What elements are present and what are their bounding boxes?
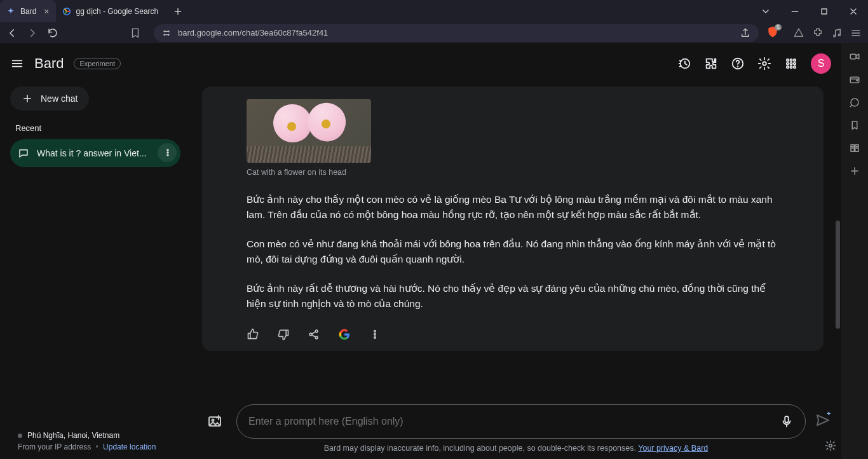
browser-extras <box>793 27 862 39</box>
message-actions <box>247 328 788 341</box>
share-url-icon[interactable] <box>740 27 751 39</box>
reload-icon[interactable] <box>47 27 58 39</box>
chat-item-title: What is it ? answer in Viet... <box>37 148 155 158</box>
svg-rect-32 <box>785 416 789 423</box>
svg-point-17 <box>794 62 796 64</box>
prompt-input[interactable] <box>248 416 780 427</box>
response-paragraph: Bức ảnh này cho thấy một con mèo có vẻ l… <box>247 192 788 223</box>
reading-list-icon[interactable] <box>849 142 860 154</box>
brave-shield-icon[interactable]: 5 <box>766 25 779 41</box>
svg-rect-34 <box>850 54 856 59</box>
corner-settings-icon[interactable] <box>825 440 836 454</box>
chat-item-menu-icon[interactable] <box>163 147 173 160</box>
menu-icon[interactable] <box>10 57 24 71</box>
brand-name: Bard <box>34 55 64 72</box>
window-minimize-icon[interactable] <box>780 0 810 22</box>
svg-point-19 <box>790 66 792 68</box>
plus-icon <box>22 93 33 104</box>
svg-point-7 <box>838 34 840 36</box>
response-image-block: Cat with a flower on its head <box>247 99 371 177</box>
rewards-icon[interactable] <box>793 27 804 39</box>
wallet-icon[interactable] <box>849 74 860 85</box>
new-tab-button[interactable] <box>170 3 186 20</box>
update-location-link[interactable]: Update location <box>103 442 156 451</box>
google-favicon-icon <box>62 7 71 16</box>
svg-point-27 <box>374 331 376 332</box>
browser-tab[interactable]: gg dịch - Google Search <box>56 0 165 22</box>
back-icon[interactable] <box>6 27 18 39</box>
url-bar[interactable]: bard.google.com/chat/3ea60c87fa542f41 <box>154 24 759 42</box>
svg-point-31 <box>212 420 214 421</box>
svg-point-14 <box>794 59 796 61</box>
browser-tab-active[interactable]: Bard × <box>0 0 56 22</box>
svg-point-12 <box>787 59 789 61</box>
settings-icon[interactable] <box>757 57 771 71</box>
bookmark-icon[interactable] <box>130 27 141 39</box>
svg-point-28 <box>374 334 376 336</box>
share-icon[interactable] <box>308 328 320 341</box>
send-button[interactable]: ✦ <box>815 413 830 430</box>
app-header: Bard Experiment S <box>0 43 841 84</box>
thumbs-up-icon[interactable] <box>247 328 259 341</box>
browser-toolbar: bard.google.com/chat/3ea60c87fa542f41 5 <box>0 22 868 43</box>
forward-icon[interactable] <box>27 27 38 39</box>
svg-point-23 <box>167 154 168 155</box>
svg-point-36 <box>857 80 858 81</box>
bookmark-panel-icon[interactable] <box>849 120 860 131</box>
image-caption: Cat with a flower on its head <box>247 168 371 177</box>
google-it-icon[interactable] <box>338 328 351 341</box>
response-text: Bức ảnh này cho thấy một con mèo có vẻ l… <box>247 192 788 312</box>
mic-icon[interactable] <box>780 414 794 428</box>
sidebar-footer: Phú Nghĩa, Hanoi, Vietnam From your IP a… <box>10 431 180 451</box>
user-avatar[interactable]: S <box>811 53 831 74</box>
talk-icon[interactable] <box>849 97 860 108</box>
chat-history-item[interactable]: What is it ? answer in Viet... <box>10 139 180 167</box>
add-panel-icon[interactable] <box>849 165 860 177</box>
apps-grid-icon[interactable] <box>784 57 798 71</box>
privacy-link[interactable]: Your privacy & Bard <box>638 444 708 453</box>
svg-point-22 <box>167 151 168 153</box>
window-controls <box>751 0 868 22</box>
svg-point-15 <box>787 62 789 64</box>
prompt-input-wrapper[interactable] <box>236 404 806 439</box>
chat-scroll-area[interactable]: Cat with a flower on its head Bức ảnh nà… <box>191 84 841 398</box>
history-icon[interactable] <box>677 57 691 71</box>
extensions-icon[interactable] <box>812 27 824 39</box>
window-maximize-icon[interactable] <box>810 0 839 22</box>
video-call-icon[interactable] <box>849 51 860 62</box>
from-ip-text: From your IP address <box>18 442 91 451</box>
svg-point-16 <box>790 62 792 64</box>
new-chat-button[interactable]: New chat <box>10 86 89 111</box>
thumbs-down-icon[interactable] <box>277 328 290 341</box>
window-close-icon[interactable] <box>839 0 868 22</box>
chat-column: Cat with a flower on its head Bức ảnh nà… <box>191 84 841 459</box>
upload-image-button[interactable] <box>202 409 227 434</box>
disclaimer: Bard may display inaccurate info, includ… <box>191 440 841 459</box>
sparkle-icon: ✦ <box>826 410 831 417</box>
prompt-row: ✦ <box>191 398 841 440</box>
sidebar: New chat Recent What is it ? answer in V… <box>0 84 191 459</box>
svg-point-18 <box>787 66 789 68</box>
recent-heading: Recent <box>15 123 180 133</box>
music-icon[interactable] <box>831 27 843 39</box>
browser-tab-strip: Bard × gg dịch - Google Search <box>0 0 868 22</box>
browser-menu-icon[interactable] <box>850 27 862 39</box>
svg-point-20 <box>794 66 796 68</box>
svg-point-13 <box>790 59 792 61</box>
svg-point-21 <box>167 149 168 150</box>
window-dropdown-icon[interactable] <box>751 0 780 22</box>
scrollbar-thumb[interactable] <box>836 221 840 329</box>
url-text: bard.google.com/chat/3ea60c87fa542f41 <box>178 28 328 38</box>
response-paragraph: Con mèo có vẻ như đang khá thoải mái với… <box>247 236 788 267</box>
response-image[interactable] <box>247 99 371 163</box>
location-text: Phú Nghĩa, Hanoi, Vietnam <box>27 431 119 440</box>
svg-point-6 <box>834 35 836 37</box>
extensions-puzzle-icon[interactable] <box>704 57 718 71</box>
tab-close-icon[interactable]: × <box>44 6 49 17</box>
more-actions-icon[interactable] <box>369 328 381 341</box>
bard-favicon-icon <box>6 7 15 16</box>
help-icon[interactable] <box>731 57 745 71</box>
site-settings-icon[interactable] <box>161 28 172 38</box>
new-chat-label: New chat <box>41 93 78 104</box>
disclaimer-text: Bard may display inaccurate info, includ… <box>324 444 639 453</box>
